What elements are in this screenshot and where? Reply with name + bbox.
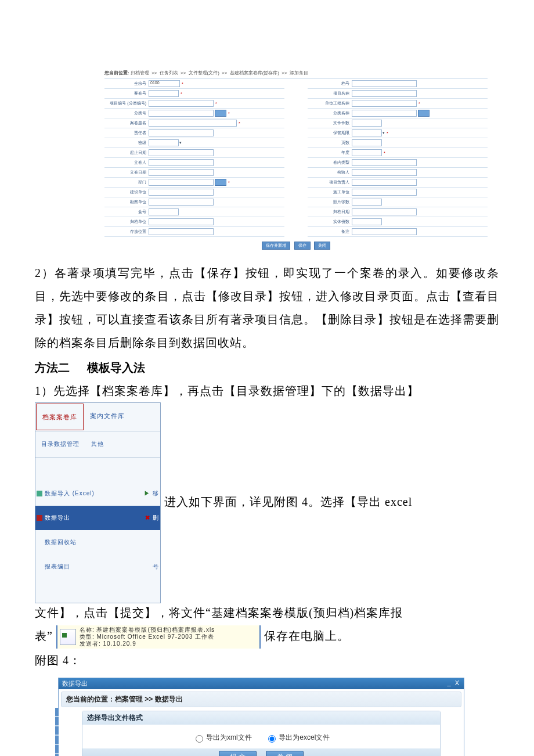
form-input[interactable] <box>149 169 214 176</box>
form-input[interactable] <box>352 218 382 225</box>
form-input[interactable] <box>149 149 214 156</box>
subtab-catalog[interactable]: 目录数据管理 <box>35 431 85 457</box>
subtab-other[interactable]: 其他 <box>85 431 110 457</box>
form-row: 归档日期 <box>308 207 488 217</box>
form-input[interactable] <box>149 120 237 127</box>
form-input[interactable] <box>352 149 382 156</box>
form-label: 年度 <box>309 150 352 156</box>
form-input[interactable] <box>149 228 214 235</box>
file-name-line: 名称: 基建档案案卷模版(预归档)档案库报表.xls <box>80 627 215 633</box>
form-input[interactable] <box>149 199 214 206</box>
form-label: 分类号 <box>106 110 149 116</box>
form-input[interactable] <box>149 110 214 117</box>
form-screenshot: 您当前位置: 归档管理 >> 任务列表 >> 文件整理(文件) >> 基建档案案… <box>104 70 488 250</box>
picker-button[interactable] <box>418 110 430 117</box>
form-input[interactable] <box>352 90 417 97</box>
form-input[interactable] <box>149 159 214 166</box>
required-mark: * <box>228 111 230 116</box>
form-input[interactable] <box>149 139 179 146</box>
excel-icon <box>60 629 76 645</box>
form-input[interactable] <box>352 159 417 166</box>
required-mark: * <box>182 82 183 86</box>
form-label: 页数 <box>309 140 352 146</box>
form-input[interactable] <box>352 80 417 87</box>
form-label: 建设单位 <box>106 189 149 195</box>
form-label: 文件件数 <box>309 120 352 126</box>
form-input[interactable] <box>149 208 179 215</box>
paragraph-method2-mid2: 文件】，点击【提交】，将文件“基建档案案卷模版(预归档)档案库报 <box>35 601 499 624</box>
form-button-row: 保存并新增 保存 关闭 <box>104 242 488 250</box>
form-input[interactable] <box>149 90 179 97</box>
form-label: 施工单位 <box>309 189 352 195</box>
submit-button[interactable]: 提 交 <box>219 751 257 756</box>
form-row: 卷内类型 <box>308 158 488 168</box>
form-input[interactable] <box>149 129 214 136</box>
form-label: 案卷号 <box>106 91 149 96</box>
save-and-new-button[interactable]: 保存并新增 <box>262 242 290 250</box>
form-label: 备注 <box>309 229 352 235</box>
chevron-down-icon[interactable]: ▾ <box>179 141 182 145</box>
form-row: 全宗号0100* <box>104 79 284 89</box>
form-input[interactable] <box>352 100 417 107</box>
menu-item-label: 数据导入 (Excel) <box>45 482 95 505</box>
form-input[interactable] <box>352 169 417 176</box>
form-label: 检验人 <box>309 170 352 175</box>
menu-item[interactable]: 报表编目号 <box>35 555 160 579</box>
panel-heading: 选择导出文件格式 <box>82 711 440 725</box>
form-row: 项目编号 (分类编号)* <box>104 99 284 109</box>
form-input[interactable] <box>352 228 417 235</box>
file-sender-line: 发送者: 10.10.20.9 <box>80 640 215 647</box>
form-input[interactable] <box>352 179 417 186</box>
form-input[interactable] <box>149 218 214 225</box>
picker-button[interactable] <box>215 179 226 186</box>
picker-button[interactable] <box>215 110 226 117</box>
form-input[interactable] <box>149 179 214 186</box>
radio-excel[interactable]: 导出为excel文件 <box>265 733 330 741</box>
tab-archive[interactable]: 档案案卷库 <box>36 404 84 430</box>
save-button[interactable]: 保存 <box>294 242 311 250</box>
form-input[interactable] <box>352 208 417 215</box>
paragraph-step2: 2）各著录项填写完毕，点击【保存】按钮，即实现了一个案卷的录入。如要修改条目，先… <box>35 261 499 354</box>
menu-item-trail: ▶ 移 <box>144 482 159 505</box>
form-input[interactable] <box>352 199 382 206</box>
form-row: 页数 <box>308 138 488 148</box>
form-input[interactable] <box>352 120 382 127</box>
chevron-down-icon[interactable]: ▾ <box>383 131 385 135</box>
form-row: 单位工程名称* <box>308 99 488 109</box>
form-input[interactable]: 0100 <box>149 80 180 87</box>
required-mark: * <box>228 181 230 185</box>
menu-item[interactable]: 数据回收站 <box>35 530 160 555</box>
blank-icon <box>37 564 42 570</box>
close-button[interactable]: 关闭 <box>314 242 330 250</box>
form-row: 归档单位 <box>104 217 284 227</box>
form-input[interactable] <box>352 139 382 146</box>
form-row: 部门* <box>104 178 284 188</box>
side-ruler <box>55 708 59 756</box>
form-row: 密级▾ <box>104 138 284 148</box>
form-row: 分类名称 <box>308 109 488 118</box>
required-mark: * <box>387 131 388 135</box>
form-input[interactable] <box>352 129 382 136</box>
form-input[interactable] <box>352 189 417 196</box>
form-row: 存放位置 <box>104 227 284 237</box>
form-row: 案卷题名* <box>104 118 284 128</box>
window-controls[interactable]: _ X <box>447 679 460 688</box>
form-label: 卷内类型 <box>309 160 352 165</box>
form-row: 分类号* <box>104 109 284 118</box>
form-label: 项目编号 (分类编号) <box>106 100 149 106</box>
menu-item-label: 报表编目 <box>45 555 70 578</box>
form-input[interactable] <box>149 189 214 196</box>
tab-inner-file[interactable]: 案内文件库 <box>84 403 131 431</box>
dialog-breadcrumb: 您当前的位置：档案管理 >> 数据导出 <box>61 692 461 707</box>
form-label: 立卷人 <box>106 160 149 165</box>
form-label: 责任者 <box>106 130 149 136</box>
menu-item[interactable]: 数据导出✖ 删 <box>35 506 160 530</box>
form-row: 项目名称 <box>308 89 488 99</box>
menu-item[interactable]: 数据导入 (Excel)▶ 移 <box>35 481 160 506</box>
radio-xml[interactable]: 导出为xml文件 <box>193 733 254 741</box>
form-input[interactable] <box>352 110 417 117</box>
form-input[interactable] <box>149 100 214 107</box>
close-dialog-button[interactable]: 关 闭 <box>266 751 304 756</box>
form-label: 单位工程名称 <box>309 100 352 106</box>
form-label: 密级 <box>106 140 149 146</box>
